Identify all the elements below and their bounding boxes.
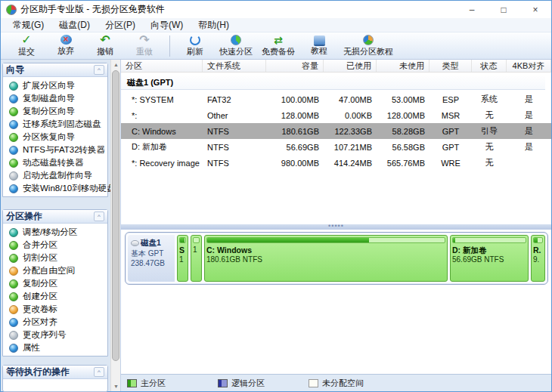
col-capacity[interactable]: 容量 [266,60,324,72]
sidebar-item-ntfs-fat32-converter[interactable]: NTFS与FAT32转换器 [3,144,107,156]
allocate-free-space-icon [9,267,18,276]
titlebar: 分区助手专业版 - 无损分区免费软件 – □ × [1,1,551,18]
menu-wizard[interactable]: 向导(W) [143,18,191,32]
menu-help[interactable]: 帮助(H) [191,18,237,32]
disk1-info[interactable]: 磁盘1 基本 GPT 238.47GB [128,235,175,282]
refresh-icon [190,35,200,45]
undo-button[interactable]: ↶ 撤销 [85,33,125,59]
sidebar-item-create-partition[interactable]: 创建分区 [3,290,107,303]
col-unused[interactable]: 未使用 [377,60,430,72]
sidebar-item-copy-disk-wizard[interactable]: 复制磁盘向导 [3,92,107,105]
wizards-items: 扩展分区向导 复制磁盘向导 复制分区向导 迁移系统到固态磁盘 分区恢复向导 NT… [3,77,107,196]
disk-group-label: 磁盘1 (GPT) [121,75,545,90]
menu-disk[interactable]: 磁盘(D) [51,18,98,32]
tutorial-icon [314,35,325,45]
scrollbar-thumb[interactable] [112,70,119,361]
legend-unallocated: 未分配空间 [309,378,399,389]
sidebar-item-partition-recovery-wizard[interactable]: 分区恢复向导 [3,131,107,144]
wizards-section: 向导 ^ 扩展分区向导 复制磁盘向导 复制分区向导 迁移系统到固态磁盘 分区恢复… [2,63,108,197]
block-d-volume[interactable]: D: 新加卷 56.69GB NTFS [450,235,529,282]
col-4kb-align[interactable]: 4KB对齐 [507,60,551,72]
sidebar-item-dynamic-disk-converter[interactable]: 动态磁盘转换器 [3,156,107,169]
sidebar-item-bootable-cd-wizard[interactable]: 启动光盘制作向导 [3,169,107,182]
table-row-c-windows[interactable]: C: Windows NTFS 180.61GB 122.33GB 58.28G… [121,123,551,139]
sidebar-item-change-serial-number[interactable]: 更改序列号 [3,329,107,341]
partition-legend: 主分区 逻辑分区 未分配空间 [121,374,551,391]
col-filesystem[interactable]: 文件系统 [203,60,266,72]
lossless-tutorial-icon [363,35,374,45]
menu-partition[interactable]: 分区(P) [98,18,143,32]
redo-icon: ↷ [139,35,149,45]
block-c-windows[interactable]: C: Windows 180.61GB NTFS [204,235,448,282]
usage-bar [452,237,526,243]
unallocated-swatch-icon [309,379,318,387]
col-type[interactable]: 类型 [430,60,472,72]
sidebar-item-copy-partition[interactable]: 复制分区 [3,277,107,290]
sidebar-item-resize-move-partition[interactable]: 调整/移动分区 [3,226,107,239]
block-recovery[interactable]: R. 9. [531,235,545,282]
collapse-icon[interactable]: ^ [94,211,104,221]
sidebar-item-migrate-os-to-ssd[interactable]: 迁移系统到固态磁盘 [3,118,107,131]
toolbar-separator [169,35,170,57]
sidebar-item-properties[interactable]: 属性 [3,341,107,354]
col-partition[interactable]: 分区 [121,60,203,72]
partition-recovery-icon [9,133,18,142]
maximize-button[interactable]: □ [488,1,519,18]
merge-partition-icon [9,241,18,250]
pending-operations-header[interactable]: 等待执行的操作 ^ [3,366,107,379]
disk-icon [131,240,139,246]
table-row-msr[interactable]: *: Other 128.00MB 0.00KB 128.00MB MSR 无 … [121,107,551,123]
quick-partition-button[interactable]: 快速分区 [215,33,257,59]
block-msr-partition[interactable]: 1 [191,235,202,282]
menubar: 常规(G) 磁盘(D) 分区(P) 向导(W) 帮助(H) [1,18,551,32]
create-partition-icon [9,292,18,301]
migrate-os-icon [9,120,18,129]
win-to-go-icon [9,184,18,193]
extend-partition-wizard-icon [9,82,18,91]
logical-partition-swatch-icon [218,379,228,387]
discard-icon [60,35,72,45]
col-status[interactable]: 状态 [472,60,507,72]
collapse-icon[interactable]: ^ [94,367,104,377]
app-logo-icon [6,5,17,15]
table-row-d-volume[interactable]: D: 新加卷 NTFS 56.69GB 107.21MB 56.58GB GPT… [121,139,551,155]
partition-blocks: S 1 1 C: Windows 180.61GB NTFS D: 新加卷 56… [177,235,545,282]
split-partition-icon [9,254,18,263]
sidebar-item-change-label[interactable]: 更改卷标 [3,303,107,316]
free-backup-button[interactable]: ⇄ 免费备份 [257,33,299,59]
sidebar: 向导 ^ 扩展分区向导 复制磁盘向导 复制分区向导 迁移系统到固态磁盘 分区恢复… [1,60,110,391]
sidebar-item-split-partition[interactable]: 切割分区 [3,252,107,264]
dynamic-disk-converter-icon [9,159,18,168]
commit-button[interactable]: ✓ 提交 [7,33,46,59]
sidebar-item-allocate-free-space[interactable]: 分配自由空间 [3,264,107,277]
wizards-section-header[interactable]: 向导 ^ [3,63,107,77]
sidebar-item-copy-partition-wizard[interactable]: 复制分区向导 [3,105,107,118]
sidebar-item-merge-partition[interactable]: 合并分区 [3,239,107,252]
block-system-partition[interactable]: S 1 [177,235,188,282]
commit-check-icon: ✓ [21,35,31,45]
refresh-button[interactable]: 刷新 [175,33,215,59]
bootable-cd-icon [9,171,18,181]
table-row-system[interactable]: *: SYSTEM FAT32 100.00MB 47.00MB 53.00MB… [121,91,551,107]
quick-partition-icon [231,35,241,45]
close-button[interactable]: × [519,1,551,18]
copy-partition-wizard-icon [9,107,18,116]
discard-button[interactable]: 放弃 [46,33,85,59]
collapse-icon[interactable]: ^ [94,65,104,75]
sidebar-item-extend-partition-wizard[interactable]: 扩展分区向导 [3,79,107,92]
table-row-recovery[interactable]: *: Recovery image NTFS 980.00MB 414.24MB… [121,155,551,171]
usage-bar [179,237,186,243]
sidebar-scrollbar[interactable]: ▲ ▼ [110,60,120,391]
partition-ops-section-header[interactable]: 分区操作 ^ [3,210,107,224]
lossless-tutorial-button[interactable]: 无损分区教程 [339,33,398,59]
sidebar-item-win-to-go[interactable]: 安装Win8/10到移动硬盘 [3,182,107,195]
legend-primary: 主分区 [127,378,218,389]
tutorial-button[interactable]: 教程 [299,33,339,59]
minimize-button[interactable]: – [456,1,488,18]
copy-disk-wizard-icon [9,94,18,103]
col-used[interactable]: 已使用 [324,60,377,72]
menu-general[interactable]: 常规(G) [5,18,51,32]
panel-splitter[interactable]: ••••• [121,224,551,230]
change-label-icon [9,305,18,314]
sidebar-item-partition-alignment[interactable]: 分区对齐 [3,316,107,329]
